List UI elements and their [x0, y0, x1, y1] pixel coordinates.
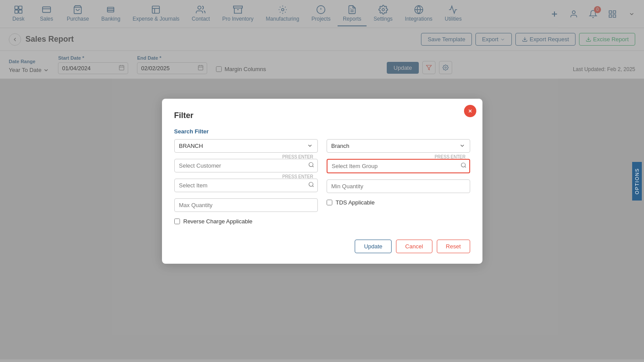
reverse-charge-checkbox[interactable]	[174, 219, 180, 224]
item-group-search-icon	[461, 162, 467, 170]
modal-grid: BRANCH PRESS ENTER	[174, 139, 470, 231]
modal-left-col: BRANCH PRESS ENTER	[174, 139, 318, 231]
svg-point-47	[461, 163, 465, 167]
search-filter-label: Search Filter	[174, 128, 470, 135]
max-quantity-row	[174, 198, 318, 212]
tds-applicable-row: TDS Applicable	[327, 199, 470, 206]
modal-cancel-button[interactable]: Cancel	[396, 240, 432, 253]
svg-line-48	[464, 166, 466, 168]
select-item-input[interactable]	[174, 179, 318, 192]
min-quantity-row	[327, 179, 470, 193]
item-search-icon	[308, 182, 314, 189]
modal-right-col: Branch PRESS ENTER	[327, 139, 470, 231]
filter-modal: Filter Search Filter BRANCH PRESS ENTER	[162, 99, 482, 264]
min-quantity-wrapper	[327, 179, 470, 193]
select-customer-wrapper	[174, 159, 318, 172]
max-quantity-input[interactable]	[174, 198, 318, 212]
tds-applicable-checkbox[interactable]	[327, 200, 332, 205]
modal-close-button[interactable]	[464, 105, 476, 117]
select-customer-row: PRESS ENTER	[174, 159, 318, 172]
modal-footer: Update Cancel Reset	[174, 240, 470, 253]
svg-point-45	[309, 182, 313, 186]
modal-overlay: Filter Search Filter BRANCH PRESS ENTER	[0, 0, 644, 362]
max-quantity-wrapper	[174, 198, 318, 212]
options-tab[interactable]: OPTIONS	[632, 161, 642, 200]
branch-dropdown-left[interactable]: BRANCH	[174, 139, 318, 153]
reverse-charge-row: Reverse Charge Applicable	[174, 218, 318, 225]
svg-line-46	[312, 186, 313, 187]
modal-reset-button[interactable]: Reset	[437, 240, 470, 253]
branch-dropdown-right[interactable]: Branch	[327, 139, 470, 153]
select-item-wrapper	[174, 179, 318, 192]
tds-applicable-label: TDS Applicable	[336, 199, 375, 206]
select-item-row: PRESS ENTER	[174, 179, 318, 192]
customer-search-icon	[308, 162, 314, 169]
select-item-group-row: PRESS ENTER	[327, 159, 470, 173]
branch-dropdown-row-left: BRANCH	[174, 139, 318, 153]
branch-dropdown-row-right: Branch	[327, 139, 470, 153]
modal-update-button[interactable]: Update	[355, 240, 392, 253]
modal-title: Filter	[174, 111, 470, 120]
select-item-group-wrapper	[327, 159, 470, 173]
svg-point-43	[309, 162, 313, 166]
reverse-charge-label: Reverse Charge Applicable	[183, 218, 253, 225]
select-customer-input[interactable]	[174, 159, 318, 172]
select-item-group-input[interactable]	[327, 159, 470, 173]
min-quantity-input[interactable]	[327, 179, 470, 193]
svg-line-44	[312, 166, 313, 167]
